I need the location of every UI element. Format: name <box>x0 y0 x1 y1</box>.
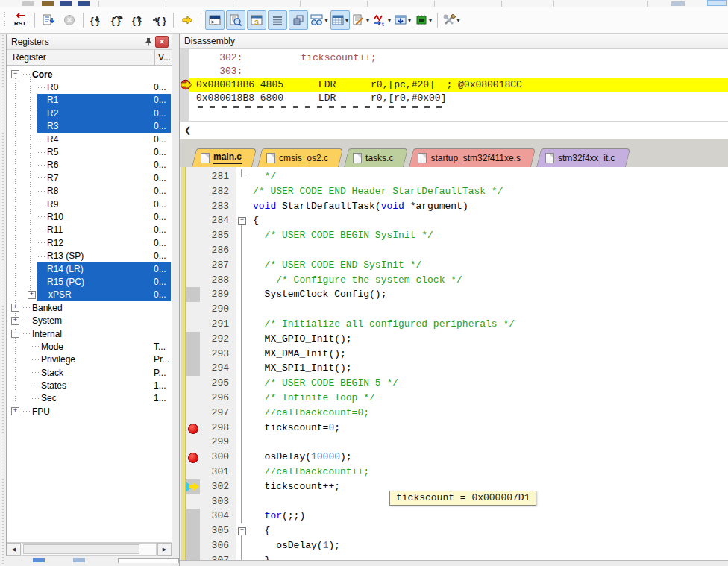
register-row[interactable]: R80... <box>7 185 172 198</box>
trace-windows-dropdown[interactable]: ▾ <box>393 10 412 30</box>
code-line[interactable]: 289 SystemClock_Config(); <box>180 287 728 302</box>
code-line[interactable]: 288 /* Configure the system clock */ <box>180 273 728 288</box>
fold-collapse-icon[interactable]: − <box>238 217 246 225</box>
code-line[interactable]: 287 /* USER CODE END SysInit */ <box>180 258 728 273</box>
step-into-button[interactable]: { } <box>87 10 107 30</box>
code-line[interactable]: 285 /* USER CODE BEGIN SysInit */ <box>180 228 728 243</box>
gutter-mark-column[interactable] <box>180 213 199 228</box>
code-line[interactable]: 301 //callbackcount++; <box>180 465 728 479</box>
gutter-mark-column[interactable] <box>180 406 199 421</box>
toolbox-dropdown[interactable]: ▾ <box>442 10 461 30</box>
code-line[interactable]: 297 //callbackcount=0; <box>180 406 728 421</box>
register-row[interactable]: R110... <box>7 224 172 236</box>
gutter-mark-column[interactable] <box>180 450 199 465</box>
tab-startup_stm32f411xe.s[interactable]: startup_stm32f411xe.s <box>409 148 531 167</box>
serial-windows-dropdown[interactable]: ▾ <box>351 10 371 30</box>
tab-cmsis_os2.c[interactable]: cmsis_os2.c <box>257 148 339 167</box>
gutter-mark-column[interactable] <box>180 184 199 199</box>
watch-windows-dropdown[interactable]: ▾ <box>310 10 329 30</box>
disassembly-line[interactable]: 0x080018B8 6800 LDR r0,[r0,#0x00] <box>189 92 728 105</box>
fold-collapse-icon[interactable]: − <box>238 527 246 535</box>
gutter-mark-column[interactable] <box>180 523 199 538</box>
register-row[interactable]: States1... <box>7 379 172 392</box>
register-row[interactable]: R50... <box>7 145 172 158</box>
gutter-mark-column[interactable] <box>180 287 199 302</box>
code-line[interactable]: 299 <box>180 435 728 450</box>
gutter-mark-column[interactable] <box>180 509 199 523</box>
gutter-mark-column[interactable] <box>180 538 199 553</box>
gutter-mark-column[interactable] <box>180 199 199 214</box>
expand-icon[interactable]: + <box>11 304 19 312</box>
gutter-mark-column[interactable] <box>180 494 199 509</box>
fold-column[interactable]: − <box>236 213 248 228</box>
register-row[interactable]: R30... <box>7 120 172 133</box>
collapse-icon[interactable]: − <box>11 70 19 78</box>
registers-hscrollbar[interactable]: ◀ ▶ <box>7 542 172 556</box>
register-row[interactable]: +FPU <box>7 405 172 418</box>
fold-column[interactable]: − <box>236 523 248 538</box>
register-row[interactable]: R100... <box>7 210 172 223</box>
register-row[interactable]: R13 (SP)0... <box>7 249 172 262</box>
disassembly-body[interactable]: 302: tickscount++; 303:0x080018B6 4805 L… <box>180 49 728 121</box>
editor-hscrollbar[interactable] <box>180 560 728 566</box>
show-next-statement-button[interactable] <box>178 10 197 30</box>
code-line[interactable]: 293 MX_DMA_Init(); <box>180 347 728 362</box>
reset-button[interactable]: RST <box>11 10 31 30</box>
register-row[interactable]: +xPSR0... <box>7 289 172 301</box>
register-row[interactable]: R14 (LR)0... <box>7 262 172 275</box>
code-line[interactable]: 298 tickscount=0; <box>180 421 728 435</box>
disassembly-hscrollbar[interactable]: ❮ <box>179 121 728 139</box>
tab-stm32f4xx_it.c[interactable]: stm32f4xx_it.c <box>536 148 626 167</box>
code-editor[interactable]: 281 */282/* USER CODE END Header_StartDe… <box>180 167 728 566</box>
code-line[interactable]: 282/* USER CODE END Header_StartDefaultT… <box>180 184 728 199</box>
gutter-mark-column[interactable] <box>180 347 199 362</box>
expand-icon[interactable]: + <box>28 291 36 299</box>
system-viewer-dropdown[interactable]: ▾ <box>414 10 433 30</box>
code-line[interactable]: 292 MX_GPIO_Init(); <box>180 332 728 347</box>
register-row[interactable]: R70... <box>7 172 172 184</box>
gutter-mark-column[interactable] <box>180 228 199 243</box>
code-line[interactable]: 290 <box>180 302 728 317</box>
scroll-left-icon[interactable]: ◀ <box>7 543 21 556</box>
register-row[interactable]: +System <box>7 314 172 327</box>
vertical-splitter[interactable] <box>172 34 179 566</box>
gutter-mark-column[interactable] <box>180 317 199 332</box>
toolbar-grip[interactable] <box>4 12 7 28</box>
gutter-mark-column[interactable] <box>180 391 199 406</box>
column-value[interactable]: V... <box>155 50 172 65</box>
close-icon[interactable]: ✕ <box>155 36 169 48</box>
disassembly-line[interactable]: 303: <box>189 65 728 78</box>
scroll-thumb[interactable] <box>23 544 139 554</box>
code-line[interactable]: 305− { <box>180 523 728 538</box>
register-row[interactable]: R20... <box>7 107 172 119</box>
code-line[interactable]: 296 /* Infinite loop */ <box>180 391 728 406</box>
register-row[interactable]: R90... <box>7 198 172 210</box>
register-row[interactable]: R120... <box>7 236 172 249</box>
gutter-mark-column[interactable] <box>180 243 199 258</box>
gutter-mark-column[interactable] <box>180 273 199 288</box>
run-button[interactable] <box>39 10 58 30</box>
command-window-toggle[interactable]: >_ <box>205 10 225 30</box>
code-line[interactable]: 286 <box>180 243 728 258</box>
register-row[interactable]: R00... <box>7 81 172 93</box>
gutter-mark-column[interactable] <box>180 169 199 184</box>
gutter-mark-column[interactable] <box>180 376 199 391</box>
register-row[interactable]: R60... <box>7 159 172 172</box>
register-row[interactable]: PrivilegePr... <box>7 353 172 366</box>
register-row[interactable]: −Core <box>7 68 172 81</box>
code-line[interactable]: 300 osDelay(10000); <box>180 450 728 465</box>
gutter-mark-column[interactable] <box>180 302 199 317</box>
register-row[interactable]: R15 (PC)0... <box>7 275 172 288</box>
expand-icon[interactable]: + <box>11 317 19 325</box>
code-line[interactable]: 304 for(;;) <box>180 509 728 523</box>
gutter-mark-column[interactable] <box>180 435 199 450</box>
register-row[interactable]: R40... <box>7 133 172 145</box>
stop-button[interactable] <box>60 10 79 30</box>
pin-icon[interactable] <box>142 37 154 47</box>
analysis-windows-dropdown[interactable]: t ▾ <box>372 10 392 30</box>
gutter-mark-column[interactable] <box>180 361 199 376</box>
run-to-cursor-button[interactable]: { } <box>150 10 169 30</box>
collapse-icon[interactable]: − <box>11 330 19 338</box>
column-register[interactable]: Register <box>7 50 155 65</box>
gutter-mark-column[interactable] <box>180 258 199 273</box>
